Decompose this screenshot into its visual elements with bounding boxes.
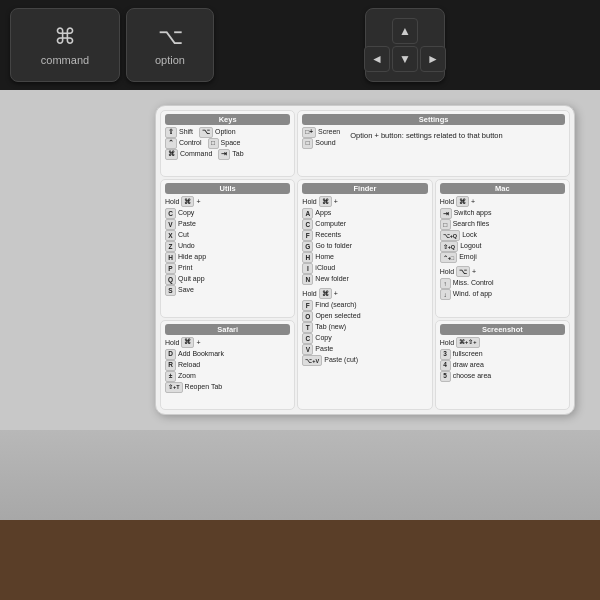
command-symbol: ⌘ xyxy=(54,24,76,50)
safari-bookmark: DAdd Bookmark xyxy=(165,349,290,360)
screenshot-fullscreen: 3fullscreen xyxy=(440,349,565,360)
arrow-key-group: ▲ ◄ ▼ ► xyxy=(365,8,445,82)
finder-open: OOpen selected xyxy=(302,311,427,322)
section-mac: Mac Hold ⌘ + ⇥Switch apps □Search files … xyxy=(435,179,570,317)
utils-cmd-kbd: ⌘ xyxy=(181,196,194,207)
section-utils: Utils Hold ⌘ + CCopy VPaste XCut ZUndo H… xyxy=(160,179,295,317)
settings-note: Option + button: settings related to tha… xyxy=(344,127,508,144)
utils-paste: VPaste xyxy=(165,219,290,230)
mac-hold: Hold ⌘ + xyxy=(440,196,565,207)
finder-hold: Hold ⌘ + xyxy=(302,196,427,207)
keyboard-area: ⌘ command ⌥ option ▲ ◄ ▼ ► xyxy=(0,0,600,90)
mac-hold2: Hold ⌥ + xyxy=(440,266,565,277)
safari-reopentab: ⇧+TReopen Tab xyxy=(165,382,290,393)
finder-pastecut: ⌥+VPaste (cut) xyxy=(302,355,427,366)
option-kbd: ⌥ xyxy=(199,127,213,138)
utils-print: PPrint xyxy=(165,263,290,274)
keys-row-control: ⌃ Control □ Space xyxy=(165,138,290,149)
finder-paste2: VPaste xyxy=(302,344,427,355)
safari-zoom: ±Zoom xyxy=(165,371,290,382)
finder-icloud: IiCloud xyxy=(302,263,427,274)
section-screenshot: Screenshot Hold ⌘+⇧+ 3fullscreen 4draw a… xyxy=(435,320,570,410)
keys-row-command: ⌘ Command ⇥ Tab xyxy=(165,149,290,160)
utils-hold: Hold ⌘ + xyxy=(165,196,290,207)
finder-newtab: TTab (new) xyxy=(302,322,427,333)
shift-kbd: ⇧ xyxy=(165,127,177,138)
screenshot-choosearea: 5choose area xyxy=(440,371,565,382)
screenshot-drawarea: 4draw area xyxy=(440,360,565,371)
finder-apps: AApps xyxy=(302,208,427,219)
section-keys: Keys ⇧ Shift ⌥ Option ⌃ Control □ Space … xyxy=(160,110,295,177)
utils-header: Utils xyxy=(165,183,290,194)
finder-home: HHome xyxy=(302,252,427,263)
mac-logout: ⇧+QLogout xyxy=(440,241,565,252)
mac-header: Mac xyxy=(440,183,565,194)
keyboard-shortcut-sticker: Keys ⇧ Shift ⌥ Option ⌃ Control □ Space … xyxy=(155,105,575,415)
finder-header: Finder xyxy=(302,183,427,194)
arrow-right-key[interactable]: ► xyxy=(420,46,446,72)
wood-table xyxy=(0,520,600,600)
command-label: command xyxy=(41,54,89,66)
command-key[interactable]: ⌘ command xyxy=(10,8,120,82)
keys-row-shift: ⇧ Shift ⌥ Option xyxy=(165,127,290,138)
screenshot-header: Screenshot xyxy=(440,324,565,335)
finder-cmd-kbd: ⌘ xyxy=(319,196,332,207)
space-kbd: □ xyxy=(208,138,219,149)
settings-header: Settings xyxy=(302,114,565,125)
arrow-down-key[interactable]: ▼ xyxy=(392,46,418,72)
option-key[interactable]: ⌥ option xyxy=(126,8,214,82)
screen-kbd: □+ xyxy=(302,127,316,138)
keys-header: Keys xyxy=(165,114,290,125)
safari-header: Safari xyxy=(165,324,290,335)
utils-copy: CCopy xyxy=(165,208,290,219)
mac-emoji: ⌃+□Emoji xyxy=(440,252,565,263)
section-settings: Settings □+ Screen □ Sound Option + butt… xyxy=(297,110,570,177)
section-safari: Safari Hold ⌘ + DAdd Bookmark RReload ±Z… xyxy=(160,320,295,410)
mac-missioncontrol: ↑Miss. Control xyxy=(440,278,565,289)
arrow-up-key[interactable]: ▲ xyxy=(392,18,418,44)
finder-hold2: Hold ⌘ + xyxy=(302,288,427,299)
option-label: option xyxy=(155,54,185,66)
utils-undo: ZUndo xyxy=(165,241,290,252)
finder-recents: FRecents xyxy=(302,230,427,241)
mac-switchapps: ⇥Switch apps xyxy=(440,208,565,219)
utils-cut: XCut xyxy=(165,230,290,241)
arrow-left-key[interactable]: ◄ xyxy=(364,46,390,72)
settings-row-screen: □+ Screen xyxy=(302,127,340,138)
screenshot-hold: Hold ⌘+⇧+ xyxy=(440,337,565,348)
utils-quit: QQuit app xyxy=(165,274,290,285)
finder-find: FFind (search) xyxy=(302,300,427,311)
option-symbol: ⌥ xyxy=(158,24,183,50)
control-kbd: ⌃ xyxy=(165,138,177,149)
tab-kbd: ⇥ xyxy=(218,149,230,160)
mac-searchfiles: □Search files xyxy=(440,219,565,230)
command-kbd: ⌘ xyxy=(165,149,178,160)
safari-reload: RReload xyxy=(165,360,290,371)
settings-row-sound: □ Sound xyxy=(302,138,340,149)
utils-hideapp: HHide app xyxy=(165,252,290,263)
section-finder: Finder Hold ⌘ + AApps CComputer FRecents… xyxy=(297,179,432,410)
finder-gotofolder: GGo to folder xyxy=(302,241,427,252)
utils-save: SSave xyxy=(165,285,290,296)
finder-newfolder: NNew folder xyxy=(302,274,427,285)
mac-lock: ⌥+QLock xyxy=(440,230,565,241)
sound-kbd: □ xyxy=(302,138,313,149)
finder-computer: CComputer xyxy=(302,219,427,230)
finder-copy2: CCopy xyxy=(302,333,427,344)
safari-hold: Hold ⌘ + xyxy=(165,337,290,348)
mac-windowofapp: ↓Wind. of app xyxy=(440,289,565,300)
